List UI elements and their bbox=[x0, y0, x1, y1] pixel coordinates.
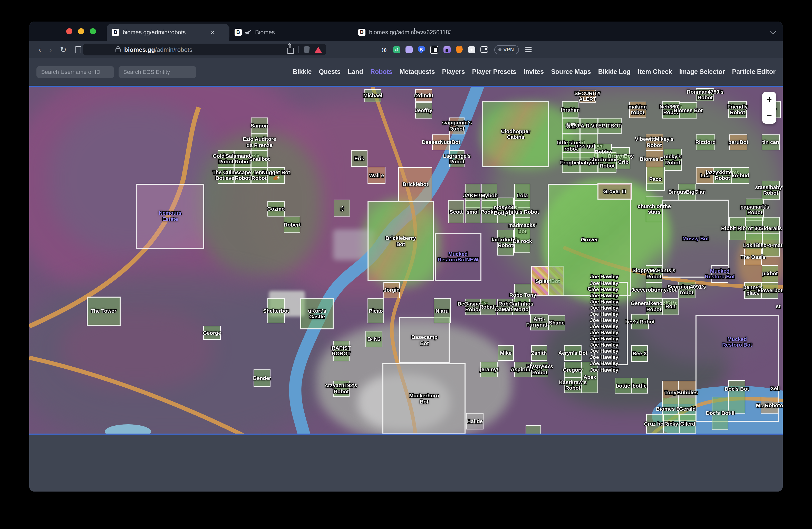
map-marker-jeeverobunny[interactable]: Jeeverobunny-bot bbox=[646, 282, 662, 298]
search-ecs-input[interactable] bbox=[119, 66, 196, 78]
map-marker-shane[interactable]: Shane bbox=[548, 315, 565, 330]
map-marker-docs-bot[interactable]: Doc's Bot bbox=[729, 380, 745, 414]
map-marker-security-alert[interactable]: SECURITYALERT bbox=[579, 90, 596, 103]
nav-item-bikkie-log[interactable]: Bikkie Log bbox=[598, 68, 630, 75]
shield-b-icon[interactable]: B bbox=[418, 46, 425, 53]
bookmark-icon[interactable] bbox=[75, 46, 81, 53]
map-marker-jeoffry[interactable]: Jeoffry bbox=[415, 102, 432, 118]
map-marker-lagranges[interactable]: Lagrange'sRobot bbox=[449, 151, 465, 167]
map-marker-jeramy[interactable]: jeramy! bbox=[481, 362, 498, 377]
menu-icon[interactable] bbox=[525, 47, 532, 52]
map-marker-generalkenobi51[interactable]: Generalkenobi51'sRobot bbox=[646, 298, 662, 315]
map-marker-bisc-o-matic[interactable]: Bisc-o-matic bbox=[763, 233, 780, 257]
map-marker-basecamp-bot[interactable]: BasecampBot bbox=[399, 317, 450, 364]
map-marker-clodhopper[interactable]: ClodhopperCabins bbox=[482, 101, 549, 167]
map-marker-crib[interactable]: Crib bbox=[616, 155, 630, 169]
map-marker-sloppymcpants[interactable]: SloppyMcPants'sRobot bbox=[646, 265, 662, 282]
nav-item-metaquests[interactable]: Metaquests bbox=[400, 68, 435, 75]
map-marker-grover[interactable]: Grover bbox=[548, 183, 631, 296]
map-marker-robert[interactable]: Robert bbox=[284, 217, 301, 233]
map-marker-mr-roboto[interactable]: Mr. Roboto bbox=[761, 397, 778, 414]
map-marker-smol[interactable]: smol bbox=[465, 200, 481, 223]
map-marker-the-oasis[interactable]: The Oasis bbox=[744, 249, 762, 265]
map-marker-snailbot[interactable]: Snailbot bbox=[251, 151, 268, 167]
zoom-out-button[interactable]: − bbox=[762, 108, 776, 124]
map-marker-winky[interactable]: ;) bbox=[334, 199, 350, 217]
tab-biomes[interactable]: B Biomes bbox=[229, 24, 353, 41]
map-marker-zanith[interactable]: Zanith bbox=[531, 346, 547, 361]
map-marker-kasrkraw[interactable]: Kasrkraw'sRobot bbox=[564, 378, 582, 393]
map-marker-crzyazn192[interactable]: crzyazn192'sRobot bbox=[333, 380, 350, 397]
map-marker-bingusbigclan[interactable]: BingusBigClan bbox=[678, 183, 696, 200]
nav-item-particle-editor[interactable]: Particle Editor bbox=[732, 68, 776, 75]
map-marker-rizzlord[interactable]: Rizzlord bbox=[696, 134, 715, 151]
map-marker-ukorts-castle[interactable]: uKort'sCastle bbox=[301, 298, 334, 330]
map-marker-jorgin[interactable]: Jorgin bbox=[383, 282, 400, 298]
nav-item-item-check[interactable]: Item Check bbox=[638, 68, 672, 75]
map-marker-shelterbot[interactable]: Shelterbot bbox=[267, 298, 285, 323]
nav-item-players[interactable]: Players bbox=[442, 68, 465, 75]
map-marker-bottie-2[interactable]: bottie bbox=[631, 378, 648, 394]
brave-shield-icon[interactable] bbox=[303, 46, 310, 53]
map-marker-grover-iii[interactable]: Grover III bbox=[597, 183, 632, 200]
nav-item-source-maps[interactable]: Source Maps bbox=[551, 68, 591, 75]
map-marker-bottie-1[interactable]: bottie bbox=[615, 378, 631, 394]
map-marker-jazzyxkitten[interactable]: jazzyxkitten'sRobot bbox=[713, 167, 731, 184]
nav-item-image-selector[interactable]: Image Selector bbox=[679, 68, 725, 75]
map-marker-parubot[interactable]: paruBot bbox=[729, 134, 747, 151]
map-marker-r2dindu[interactable]: r2dindu bbox=[415, 89, 432, 102]
muted-speaker-icon[interactable] bbox=[245, 30, 251, 35]
map-marker-erik[interactable]: Erik bbox=[351, 151, 368, 167]
map-marker-scorpion4091[interactable]: Scorpion4091'srobot bbox=[678, 282, 695, 298]
url-bar[interactable]: biomes.gg/admin/robots bbox=[83, 44, 326, 55]
map-marker-fartxdude[interactable]: fartxdude'sRobot bbox=[497, 230, 514, 255]
map-marker-george[interactable]: George bbox=[203, 326, 221, 340]
map-marker-ribbit-ribbot[interactable]: Ribbit Ribbot bbox=[729, 217, 746, 240]
reload-button[interactable]: ↻ bbox=[60, 46, 67, 53]
screen-square-icon[interactable] bbox=[430, 45, 438, 54]
map-marker-bee-3[interactable]: Bee-3 bbox=[631, 346, 648, 362]
map-marker-aeryns-bot[interactable]: Aeryn's Bot bbox=[564, 346, 582, 361]
new-tab-button[interactable]: + bbox=[412, 26, 417, 35]
map-marker-gregory[interactable]: Gregory bbox=[564, 362, 582, 378]
map-marker-bricklebot[interactable]: Bricklebot bbox=[398, 167, 432, 201]
map-marker-picao[interactable]: Picao bbox=[367, 298, 384, 323]
map-marker-mucked-restoro-small[interactable]: MuckedRestoro Bot bbox=[711, 265, 729, 283]
map-marker-stassibaby[interactable]: stassibaby'sRobot bbox=[762, 181, 780, 200]
map-marker-bender[interactable]: Bender bbox=[254, 369, 271, 387]
metamask-fox-icon[interactable] bbox=[455, 46, 463, 53]
map-marker-b4n3[interactable]: B4N3 bbox=[365, 331, 383, 347]
refresh-circle-icon[interactable]: ↺ bbox=[393, 46, 400, 53]
close-tab-icon[interactable]: × bbox=[211, 28, 214, 36]
map-marker-ricky[interactable]: Ricky bbox=[663, 414, 680, 434]
close-window-button[interactable] bbox=[66, 28, 72, 34]
share-icon[interactable] bbox=[287, 47, 294, 54]
map-marker-kevs-robot[interactable]: kev's Robot bbox=[631, 314, 649, 330]
map-marker-degaspari[interactable]: DeGaspari'sRobot bbox=[465, 299, 481, 315]
map-marker-docs-bot-ii[interactable]: Doc's Bot II bbox=[712, 397, 729, 430]
map-marker-slyspy65[interactable]: Slyspy65'sRobot bbox=[531, 362, 548, 377]
vpn-button[interactable]: VPN bbox=[494, 45, 519, 54]
map-marker-unlabeled[interactable] bbox=[526, 426, 541, 434]
url-text[interactable]: biomes.gg/admin/robots bbox=[124, 46, 192, 53]
bat-triangle-icon[interactable] bbox=[315, 46, 322, 53]
map-marker-ron[interactable]: Ron bbox=[662, 298, 679, 315]
map-marker-brickleberry[interactable]: BrickleberryBot bbox=[367, 201, 434, 281]
nav-item-robots[interactable]: Robots bbox=[370, 68, 392, 75]
map-marker-nickys[interactable]: nicky'sRobot bbox=[664, 149, 682, 171]
map-marker-cozmo[interactable]: Cozmo bbox=[267, 201, 285, 216]
search-username-input[interactable] bbox=[37, 66, 114, 78]
map-marker-nugget[interactable]: Nugget Bot bbox=[267, 167, 285, 184]
map-marker-paco[interactable]: Paco bbox=[647, 167, 664, 191]
map-marker-robatu[interactable]: Robatu bbox=[481, 299, 497, 315]
map-marker-ko-bud[interactable]: ko-bud bbox=[731, 167, 749, 184]
map-marker-the-tower[interactable]: The Tower bbox=[86, 297, 120, 326]
map-marker-pixbot[interactable]: pixbot bbox=[762, 265, 778, 282]
nav-item-invites[interactable]: Invites bbox=[524, 68, 544, 75]
tab-search-chevron-icon[interactable] bbox=[770, 28, 776, 34]
map-marker-mike[interactable]: Mike bbox=[498, 346, 514, 361]
map-marker-flowerbot[interactable]: Flowerbot bbox=[762, 282, 778, 299]
map-marker-friendly-robot[interactable]: FriendlyRobot bbox=[729, 101, 746, 118]
map-marker-anti-furrynator[interactable]: Anti-Furrynator bbox=[530, 314, 548, 330]
nav-item-player-presets[interactable]: Player Presets bbox=[472, 68, 516, 75]
